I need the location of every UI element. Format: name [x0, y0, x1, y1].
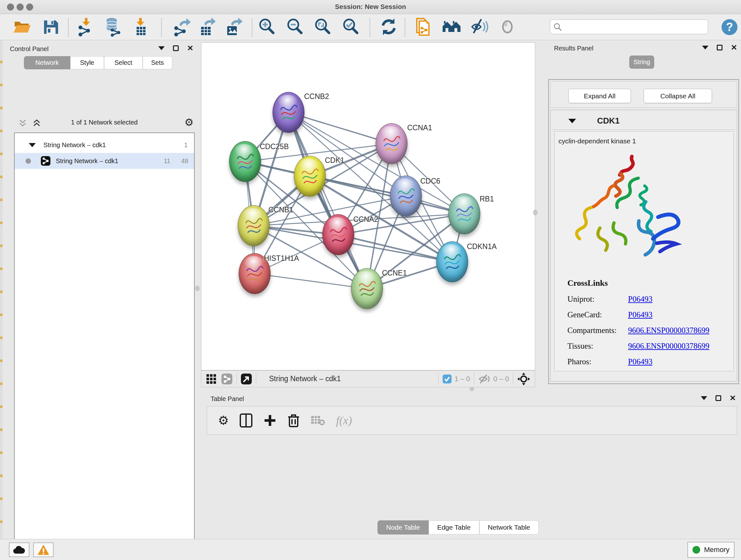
network-share-icon[interactable]: [221, 373, 232, 385]
network-options-gear-icon[interactable]: ⚙: [185, 116, 194, 128]
tab-network[interactable]: Network: [24, 56, 70, 69]
homes-button[interactable]: [441, 17, 462, 37]
export-table-button[interactable]: [197, 17, 217, 37]
navbar-separator: [513, 373, 513, 385]
network-node-rb1[interactable]: [448, 193, 480, 234]
protein-thumbnail: [454, 202, 475, 227]
collection-expand-icon[interactable]: [29, 143, 36, 147]
network-navbar: String Network – cdk1 1 – 0 0 – 0: [201, 370, 535, 387]
delete-table-icon[interactable]: [311, 415, 325, 426]
tab-node-table[interactable]: Node Table: [378, 520, 428, 535]
gene-detail-box: cyclin-dependent kinase 1: [554, 131, 734, 371]
open-session-button[interactable]: [12, 17, 32, 37]
memory-button[interactable]: Memory: [687, 542, 735, 558]
tab-string[interactable]: String: [629, 56, 654, 69]
network-node-cdc6[interactable]: [390, 176, 422, 216]
toolbar-separator: [369, 18, 370, 37]
collapse-all-button[interactable]: Collapse All: [644, 89, 712, 103]
export-image-button[interactable]: [223, 17, 243, 37]
panel-close-icon[interactable]: ✕: [731, 45, 737, 51]
selected-checkbox-icon[interactable]: [442, 374, 452, 384]
crosslink-link[interactable]: P06493: [628, 310, 652, 319]
crosslinks-rows: Uniprot:P06493GeneCard:P06493Compartment…: [567, 295, 733, 366]
panel-menu-icon[interactable]: [701, 396, 707, 400]
svg-text:?: ?: [726, 20, 733, 34]
zoom-fit-button[interactable]: [313, 17, 333, 37]
network-row-selected[interactable]: String Network – cdk1 11 48: [15, 153, 194, 169]
crosslink-link[interactable]: P06493: [628, 357, 652, 366]
warnings-button[interactable]: [33, 543, 54, 557]
add-column-icon[interactable]: [263, 414, 277, 427]
control-panel: Control Panel ✕ NetworkStyleSelectSets 1…: [6, 40, 195, 539]
protein-thumbnail: [357, 277, 378, 302]
eye-button[interactable]: [497, 17, 518, 37]
import-table-button[interactable]: [131, 17, 151, 37]
tab-sets[interactable]: Sets: [143, 56, 172, 69]
panel-menu-icon[interactable]: [702, 46, 709, 50]
network-node-ccne1[interactable]: [351, 268, 383, 309]
panel-menu-icon[interactable]: [158, 46, 165, 50]
network-node-ccna2[interactable]: [322, 214, 354, 255]
node-label-cdk1: CDK1: [325, 156, 344, 165]
results-panel-title: Results Panel: [554, 45, 593, 52]
panel-float-icon[interactable]: [173, 45, 179, 51]
tab-edge-table[interactable]: Edge Table: [428, 520, 479, 535]
tab-select[interactable]: Select: [104, 56, 143, 69]
cloud-button[interactable]: [9, 543, 29, 557]
network-canvas[interactable]: CCNB2 CCNA1 CDC25B CDK1: [201, 43, 535, 370]
crosslinks-heading: CrossLinks: [567, 278, 733, 288]
panel-close-icon[interactable]: ✕: [730, 395, 736, 401]
document-share-button[interactable]: [413, 17, 433, 37]
network-tree: String Network – cdk1 1 String Network –…: [14, 132, 195, 560]
zoom-out-button[interactable]: [285, 17, 305, 37]
help-button[interactable]: ?: [721, 18, 738, 37]
panel-close-icon[interactable]: ✕: [187, 45, 193, 51]
gene-header-row[interactable]: CDK1: [552, 112, 736, 130]
gene-collapse-icon[interactable]: [568, 119, 576, 123]
grid-view-icon[interactable]: [206, 374, 217, 384]
network-node-cdkn1a[interactable]: [436, 241, 468, 282]
right-splitter-handle[interactable]: [533, 210, 537, 215]
network-node-cdk1[interactable]: [294, 156, 326, 197]
network-node-ccnb2[interactable]: [273, 92, 305, 133]
zoom-selected-button[interactable]: [340, 17, 361, 37]
network-node-ccnb1[interactable]: [238, 205, 270, 246]
save-floppy-icon: [41, 17, 61, 37]
refresh-button[interactable]: [379, 17, 399, 37]
crosslink-link[interactable]: 9606.ENSP00000378699: [628, 341, 710, 351]
results-panel-controls: ✕: [702, 45, 737, 51]
node-label-ccne1: CCNE1: [382, 269, 407, 277]
protein-thumbnail: [300, 165, 321, 189]
crosslink-link[interactable]: P06493: [628, 295, 652, 304]
import-network-database-button[interactable]: [102, 17, 123, 37]
zoom-in-button[interactable]: [257, 17, 277, 37]
tab-style[interactable]: Style: [70, 56, 104, 69]
import-network-file-button[interactable]: [75, 17, 96, 37]
document-share-icon: [413, 17, 433, 37]
network-collection-row[interactable]: String Network – cdk1 1: [15, 137, 194, 153]
crosslink-row: Uniprot:P06493: [567, 295, 733, 304]
network-selection-bar: 1 of 1 Network selected ⚙: [14, 114, 195, 132]
network-node-cdc25b[interactable]: [229, 141, 261, 182]
crosslinks-section: CrossLinks Uniprot:P06493GeneCard:P06493…: [567, 278, 733, 366]
crosslink-link[interactable]: 9606.ENSP00000378699: [628, 326, 710, 335]
export-network-button[interactable]: [172, 17, 192, 37]
table-settings-gear-icon[interactable]: ⚙: [218, 414, 229, 428]
left-splitter-handle[interactable]: [195, 286, 199, 291]
network-node-ccna1[interactable]: [376, 123, 408, 164]
function-builder-icon[interactable]: f(x): [336, 414, 352, 427]
center-view-icon[interactable]: [517, 372, 530, 386]
panel-float-icon[interactable]: [716, 395, 721, 401]
toolbar-separator: [161, 18, 162, 37]
delete-column-trash-icon[interactable]: [287, 413, 300, 428]
expand-all-button[interactable]: Expand All: [568, 89, 631, 103]
open-in-window-icon[interactable]: [241, 373, 252, 385]
save-session-button[interactable]: [41, 17, 61, 37]
crosslink-row: Compartments:9606.ENSP00000378699: [567, 326, 733, 335]
search-input[interactable]: [564, 21, 704, 33]
panel-float-icon[interactable]: [717, 45, 723, 51]
hidden-eye-slash-icon[interactable]: [478, 374, 491, 384]
hide-glasses-button[interactable]: [469, 17, 490, 37]
tab-network-table[interactable]: Network Table: [479, 520, 539, 535]
split-columns-icon[interactable]: [240, 414, 253, 428]
